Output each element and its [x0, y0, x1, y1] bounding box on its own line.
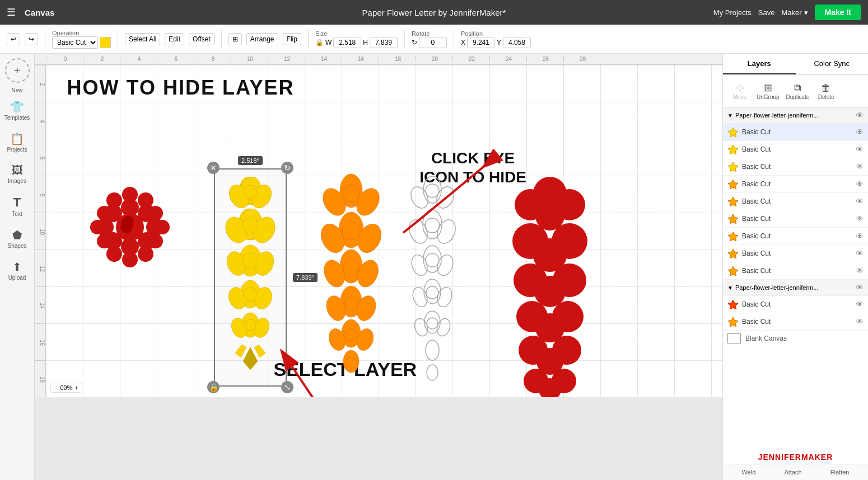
layer-group-1-header[interactable]: ▼ Paper-flower-letter-jenniferm... 👁	[723, 107, 868, 124]
layer-item-8[interactable]: Basic Cut 👁	[723, 245, 868, 262]
svg-marker-121	[728, 300, 738, 309]
layer10-eye-icon[interactable]: 👁	[856, 300, 864, 309]
offset-button[interactable]: Offset	[189, 33, 214, 45]
text-icon: T	[13, 195, 21, 210]
group2-name: Paper-flower-letter-jenniferm...	[735, 284, 853, 291]
height-input[interactable]	[370, 37, 398, 48]
layer5-eye-icon[interactable]: 👁	[856, 197, 864, 206]
rotate-handle[interactable]: ↻	[281, 162, 293, 174]
attach-button[interactable]: Attach	[785, 469, 802, 476]
maker-text: MAKER	[801, 453, 833, 462]
move-button[interactable]: ⊹ Move	[727, 79, 752, 102]
layer11-eye-icon[interactable]: 👁	[856, 317, 864, 326]
close-handle[interactable]: ✕	[207, 162, 220, 174]
blank-canvas-label: Blank Canvas	[745, 335, 787, 342]
layer-group-2-header[interactable]: ▼ Paper-flower-letter-jenniferm... 👁	[723, 280, 868, 296]
align-button[interactable]: ⊞	[228, 33, 242, 45]
layer9-eye-icon[interactable]: 👁	[856, 266, 864, 275]
svg-point-58	[343, 260, 359, 275]
chevron-group1: ▼	[727, 112, 733, 119]
divider6	[454, 30, 454, 48]
layer11-name: Basic Cut	[742, 318, 853, 326]
top-navigation: ☰ Canvas Paper Flower Letter by Jennifer…	[0, 0, 868, 25]
undo-button[interactable]: ↩	[7, 33, 20, 45]
duplicate-button[interactable]: ⧉ Duplicate	[784, 80, 812, 102]
new-button[interactable]: +	[5, 58, 30, 83]
layer-item-4[interactable]: Basic Cut 👁	[723, 176, 868, 193]
group2-eye-icon[interactable]: 👁	[856, 283, 864, 292]
sidebar-item-text[interactable]: T Text	[2, 191, 33, 222]
layer-item-6[interactable]: Basic Cut 👁	[723, 210, 868, 228]
size-row: 🔒 W H	[315, 37, 398, 48]
ungroup-button[interactable]: ⊞ UnGroup	[754, 79, 782, 102]
layer2-icon	[727, 144, 739, 155]
delete-button[interactable]: 🗑 Delete	[814, 80, 838, 102]
svg-point-20	[106, 192, 122, 208]
zoom-out-button[interactable]: −	[54, 384, 58, 391]
flip-button[interactable]: Flip	[283, 33, 301, 45]
blank-canvas-box	[727, 333, 741, 343]
x-input[interactable]	[467, 37, 495, 48]
left-sidebar: + New 👕 Templates 📋 Projects 🖼 Images T …	[0, 54, 35, 480]
select-all-button[interactable]: Select All	[125, 33, 160, 45]
layer-item-7[interactable]: Basic Cut 👁	[723, 228, 868, 245]
shapes-icon: ⬟	[12, 228, 22, 242]
document-title: Paper Flower Letter by JenniferMaker*	[362, 8, 506, 17]
layer-item-10[interactable]: Basic Cut 👁	[723, 296, 868, 313]
rotate-label: Rotate	[412, 30, 447, 37]
layer2-name: Basic Cut	[742, 145, 853, 153]
tab-layers[interactable]: Layers	[723, 54, 796, 74]
svg-point-13	[148, 234, 163, 248]
layer8-eye-icon[interactable]: 👁	[856, 249, 864, 258]
sidebar-item-projects[interactable]: 📋 Projects	[2, 128, 33, 157]
hamburger-menu[interactable]: ☰	[7, 6, 16, 18]
ruler-marks-horizontal: 0 2 4 6 8 10 12 14 16 18 20 22 24 26 28	[46, 56, 600, 62]
y-label: Y	[497, 39, 501, 46]
layer-item-3[interactable]: Basic Cut 👁	[723, 158, 868, 176]
blank-canvas-item[interactable]: Blank Canvas	[723, 331, 868, 346]
lock-handle[interactable]: 🔒	[207, 381, 220, 393]
layer-item-2[interactable]: Basic Cut 👁	[723, 141, 868, 158]
layer3-eye-icon[interactable]: 👁	[856, 162, 864, 171]
save-button[interactable]: Save	[758, 8, 775, 17]
maker-selector[interactable]: Maker ▾	[781, 8, 808, 17]
layer-item-5[interactable]: Basic Cut 👁	[723, 193, 868, 210]
layer11-icon	[727, 316, 739, 327]
layer-item-9[interactable]: Basic Cut 👁	[723, 262, 868, 280]
tab-color-sync[interactable]: Color Sync	[796, 54, 869, 74]
operation-select[interactable]: Basic Cut	[52, 36, 98, 49]
sidebar-item-templates[interactable]: 👕 Templates	[2, 96, 33, 125]
rotate-input[interactable]	[419, 37, 447, 48]
zoom-control[interactable]: − 00% +	[50, 383, 82, 393]
layer6-eye-icon[interactable]: 👁	[856, 214, 864, 223]
make-it-button[interactable]: Make It	[815, 4, 861, 20]
width-input[interactable]	[333, 37, 361, 48]
zoom-in-button[interactable]: +	[74, 384, 78, 391]
sidebar-item-shapes[interactable]: ⬟ Shapes	[2, 224, 33, 253]
group1-eye-icon[interactable]: 👁	[856, 111, 864, 120]
layer6-name: Basic Cut	[742, 215, 853, 223]
arrange-button[interactable]: Arrange	[246, 33, 278, 45]
color-swatch[interactable]	[100, 37, 111, 48]
flatten-button[interactable]: Flatten	[830, 469, 850, 476]
layer1-eye-icon[interactable]: 👁	[856, 128, 864, 137]
canvas-content[interactable]: HOW TO HIDE LAYER CLICK EYEICON TO HIDE …	[46, 65, 722, 397]
redo-button[interactable]: ↪	[25, 33, 38, 45]
layer-item-1[interactable]: Basic Cut 👁	[723, 124, 868, 141]
svg-point-9	[122, 187, 138, 203]
edit-button[interactable]: Edit	[165, 33, 184, 45]
my-projects-link[interactable]: My Projects	[713, 8, 752, 17]
ruler-top: 0 2 4 6 8 10 12 14 16 18 20 22 24 26 28	[35, 54, 722, 65]
layer2-eye-icon[interactable]: 👁	[856, 145, 864, 154]
sidebar-item-images[interactable]: 🖼 Images	[2, 159, 33, 189]
nav-right-actions: My Projects Save Maker ▾ Make It	[713, 4, 861, 20]
weld-button[interactable]: Weld	[742, 469, 756, 476]
layer-item-11[interactable]: Basic Cut 👁	[723, 313, 868, 331]
y-input[interactable]	[503, 37, 531, 48]
layer1-name: Basic Cut	[742, 128, 853, 136]
layer7-eye-icon[interactable]: 👁	[856, 232, 864, 241]
layer4-eye-icon[interactable]: 👁	[856, 180, 864, 189]
svg-point-88	[427, 318, 438, 329]
panel-toolbar: ⊹ Move ⊞ UnGroup ⧉ Duplicate 🗑 Delete	[723, 75, 868, 107]
sidebar-item-upload[interactable]: ⬆ Upload	[2, 256, 33, 285]
